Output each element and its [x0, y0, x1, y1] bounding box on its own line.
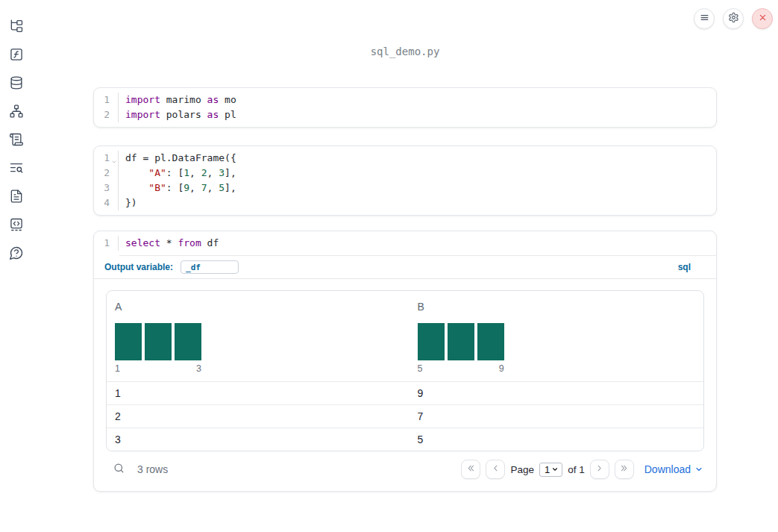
- output-variable-label: Output variable:: [104, 262, 173, 272]
- code-editor[interactable]: 1import marimo as mo2import polars as pl: [94, 88, 716, 127]
- search-icon: [113, 462, 125, 477]
- table-footer: 3 rows Page 1 of 1: [106, 458, 704, 481]
- code-line: 1df = pl.DataFrame({: [94, 151, 716, 166]
- page-select[interactable]: 1: [539, 463, 562, 477]
- function-square-icon: [9, 47, 24, 62]
- sidebar-item-file-explorer[interactable]: [8, 18, 25, 34]
- histogram-bar: [448, 323, 474, 360]
- sql-cell-footer: Output variable: sql: [94, 256, 716, 278]
- hamburger-icon: [699, 12, 710, 25]
- sidebar-item-variables[interactable]: [8, 46, 25, 63]
- code-line: 1select * from df: [94, 236, 716, 251]
- histogram-bar: [115, 323, 142, 360]
- histogram-max: 9: [499, 363, 504, 374]
- code-cell-dataframe: 1df = pl.DataFrame({2 "A": [1, 2, 3],3 "…: [93, 145, 717, 216]
- dataframe-table: A13B59 192735: [106, 290, 704, 451]
- table-row[interactable]: 19: [107, 382, 703, 404]
- code-line: 2import polars as pl: [94, 107, 716, 122]
- page-of-label: of 1: [568, 464, 585, 475]
- search-button[interactable]: [107, 462, 125, 477]
- shutdown-button[interactable]: [752, 8, 773, 29]
- menu-button[interactable]: [694, 8, 715, 29]
- column-header[interactable]: B59: [410, 298, 703, 381]
- histogram-max: 3: [196, 363, 201, 374]
- last-page-button[interactable]: [615, 460, 634, 479]
- code-line: 4}): [94, 195, 716, 210]
- sidebar-item-logs[interactable]: [8, 131, 25, 148]
- network-icon: [9, 104, 24, 119]
- sidebar-item-trace-search[interactable]: [8, 160, 25, 176]
- histogram-range: 13: [115, 363, 201, 374]
- table-cell: 7: [410, 405, 703, 428]
- line-number: 1: [94, 151, 119, 166]
- row-count: 3 rows: [137, 463, 168, 475]
- table-body: 192735: [107, 382, 703, 451]
- next-page-button[interactable]: [590, 460, 609, 479]
- sql-language-badge: sql: [678, 262, 691, 272]
- table-row[interactable]: 35: [107, 428, 703, 451]
- code-editor[interactable]: 1df = pl.DataFrame({2 "A": [1, 2, 3],3 "…: [94, 146, 716, 215]
- table-cell: 5: [410, 428, 703, 451]
- column-histogram: [115, 323, 410, 360]
- chevron-down-icon: [551, 466, 559, 473]
- sidebar-item-snippets[interactable]: [8, 216, 25, 233]
- download-button[interactable]: Download: [644, 463, 703, 475]
- table-cell: 1: [107, 382, 410, 404]
- column-name: A: [115, 301, 410, 313]
- folder-tree-icon: [9, 19, 24, 34]
- list-search-icon: [9, 160, 24, 175]
- code-line: 3 "B": [9, 7, 5],: [94, 181, 716, 195]
- sidebar: [0, 0, 33, 532]
- histogram-min: 1: [115, 363, 120, 374]
- pagination: Page 1 of 1: [461, 460, 633, 479]
- table-row[interactable]: 27: [107, 404, 703, 428]
- histogram-min: 5: [418, 363, 423, 374]
- prev-page-button[interactable]: [486, 460, 505, 479]
- table-cell: 3: [107, 428, 410, 451]
- column-histogram: [418, 323, 703, 360]
- line-number: 2: [94, 166, 119, 181]
- help-bubble-icon: [9, 245, 24, 260]
- code-cell-imports: 1import marimo as mo2import polars as pl: [93, 87, 717, 128]
- close-icon: [757, 12, 768, 25]
- scroll-text-icon: [9, 132, 24, 147]
- column-name: B: [418, 301, 703, 313]
- sidebar-item-help[interactable]: [8, 245, 25, 261]
- database-icon: [9, 75, 24, 90]
- sidebar-item-documentation[interactable]: [8, 188, 25, 204]
- line-number: 1: [94, 236, 119, 251]
- chevrons-left-icon: [466, 463, 476, 475]
- line-number: 3: [94, 181, 119, 195]
- column-header[interactable]: A13: [107, 298, 410, 381]
- sql-editor[interactable]: 1select * from df: [94, 231, 716, 251]
- line-number: 1: [94, 93, 119, 107]
- table-header: A13B59: [107, 291, 703, 382]
- histogram-bar: [145, 323, 172, 360]
- table-cell: 2: [107, 405, 410, 428]
- sql-cell: 1select * from df Output variable: sql A…: [93, 231, 717, 492]
- chevron-left-icon: [491, 463, 501, 475]
- download-label: Download: [644, 463, 691, 475]
- first-page-button[interactable]: [461, 460, 480, 479]
- notebook: sql_demo.py 1import marimo as mo2import …: [93, 0, 717, 492]
- cell-output: A13B59 192735 3 rows Page 1: [94, 278, 716, 491]
- chevrons-right-icon: [619, 463, 629, 475]
- notebook-filename[interactable]: sql_demo.py: [93, 0, 717, 87]
- code-snippet-icon: [9, 217, 24, 232]
- topbar: [694, 8, 773, 29]
- line-number: 4: [94, 195, 119, 210]
- line-number: 2: [94, 107, 119, 122]
- histogram-range: 59: [418, 363, 504, 374]
- sidebar-item-dependency-graph[interactable]: [8, 103, 25, 119]
- page-select-value: 1: [545, 464, 550, 475]
- table-cell: 9: [410, 382, 703, 404]
- code-line: 2 "A": [1, 2, 3],: [94, 166, 716, 181]
- settings-button[interactable]: [723, 8, 744, 29]
- output-variable-input[interactable]: [181, 260, 239, 274]
- chevron-down-icon: [694, 465, 703, 474]
- histogram-bar: [418, 323, 445, 360]
- file-text-icon: [9, 189, 24, 204]
- histogram-bar: [477, 323, 504, 360]
- gear-icon: [728, 12, 739, 25]
- sidebar-item-data-sources[interactable]: [8, 75, 25, 91]
